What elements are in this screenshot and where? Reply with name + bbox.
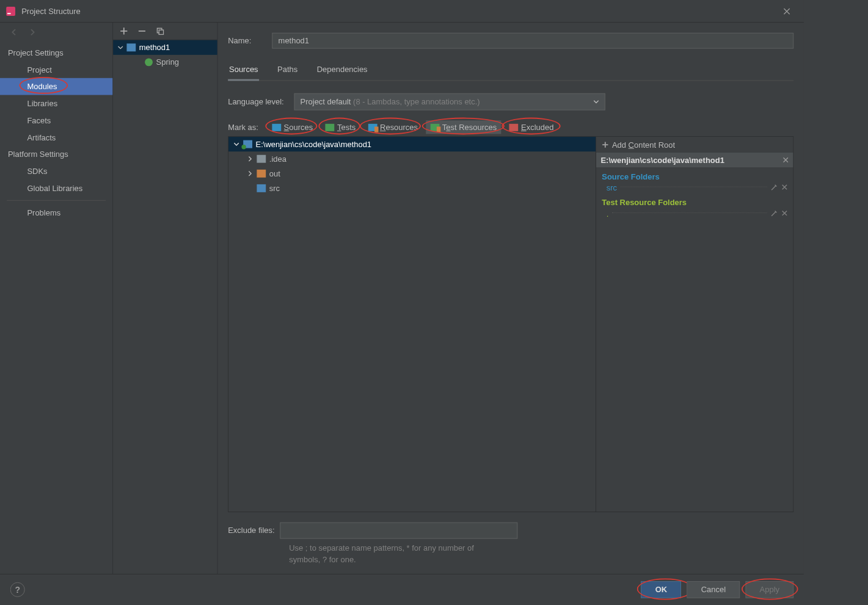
remove-icon[interactable] xyxy=(138,27,146,35)
tabs: Sources Paths Dependencies xyxy=(228,61,793,81)
mark-excluded-label: xcluded xyxy=(527,123,554,132)
mark-tests-label: ests xyxy=(341,123,356,132)
window-title: Project Structure xyxy=(21,7,81,16)
module-root[interactable]: method1 xyxy=(113,40,217,55)
exclude-label: Exclude files: xyxy=(228,523,274,535)
tab-dependencies[interactable]: Dependencies xyxy=(316,61,369,80)
chevron-right-icon xyxy=(247,156,253,162)
lang-value: Project default xyxy=(301,97,351,106)
mark-resources-label: esources xyxy=(385,123,418,132)
sidebar-item-problems[interactable]: Problems xyxy=(0,204,112,221)
sidebar-item-sdks[interactable]: SDKs xyxy=(0,163,112,180)
mark-test-resources[interactable]: Test Resources xyxy=(426,120,501,134)
module-name: method1 xyxy=(139,43,170,52)
main-panel: Name: Sources Paths Dependencies Languag… xyxy=(218,23,804,574)
folder-name: src xyxy=(269,184,280,193)
tab-sources[interactable]: Sources xyxy=(228,61,259,81)
apply-button[interactable]: Apply xyxy=(745,581,793,598)
mark-excluded[interactable]: Excluded xyxy=(505,120,558,134)
forward-icon[interactable] xyxy=(28,28,36,36)
folder-icon xyxy=(257,170,266,178)
close-icon xyxy=(784,8,790,15)
content-roots-panel: Add Content Root E:\wenjian\cs\code\java… xyxy=(596,137,793,512)
sidebar-item-global-libraries[interactable]: Global Libraries xyxy=(0,179,112,197)
remove-icon[interactable] xyxy=(782,184,787,190)
content-root[interactable]: E:\wenjian\cs\code\java\method1 xyxy=(228,137,596,151)
module-toolbar xyxy=(113,23,217,40)
folder-name: .idea xyxy=(269,154,286,164)
ok-button[interactable]: OK xyxy=(641,581,682,598)
markas-label: Mark as: xyxy=(228,123,258,132)
source-folder-item[interactable]: src xyxy=(596,182,793,194)
mark-as-row: Mark as: Sources Tests Resources Test Re… xyxy=(228,120,793,134)
dotted-line xyxy=(621,187,767,187)
copy-icon[interactable] xyxy=(156,27,164,35)
file-tree-item[interactable]: src xyxy=(228,181,596,195)
name-label: Name: xyxy=(228,36,262,45)
help-button[interactable]: ? xyxy=(10,582,25,597)
mark-sources-label: ources xyxy=(289,123,313,132)
section-project-settings: Project Settings xyxy=(0,44,112,61)
sidebar-item-project[interactable]: Project xyxy=(0,61,112,78)
mark-resources[interactable]: Resources xyxy=(363,120,422,134)
sidebar-item-artifacts[interactable]: Artifacts xyxy=(0,129,112,146)
svg-rect-3 xyxy=(159,30,163,34)
back-icon[interactable] xyxy=(10,28,18,36)
resources-icon xyxy=(368,123,377,131)
file-tree-item[interactable]: out xyxy=(228,166,596,181)
mark-sources[interactable]: Sources xyxy=(268,120,318,134)
sidebar-item-label: Modules xyxy=(27,82,57,91)
app-icon xyxy=(5,6,16,16)
file-tree-item[interactable]: .idea xyxy=(228,151,596,166)
mark-tests[interactable]: Tests xyxy=(321,120,360,134)
dotted-line xyxy=(612,212,767,213)
folder-name: out xyxy=(269,169,280,178)
lang-label: Language level: xyxy=(228,97,284,106)
section-platform-settings: Platform Settings xyxy=(0,146,112,163)
sidebar-item-facets[interactable]: Facets xyxy=(0,112,112,129)
module-child[interactable]: Spring xyxy=(113,55,217,70)
add-icon[interactable] xyxy=(120,27,128,35)
chevron-right-icon xyxy=(247,171,253,176)
test-resources-icon xyxy=(430,123,439,131)
exclude-files-input[interactable] xyxy=(280,523,518,539)
content-split: E:\wenjian\cs\code\java\method1 .idea ou… xyxy=(228,136,793,512)
language-level-select[interactable]: Project default (8 - Lambdas, type annot… xyxy=(294,93,605,110)
divider xyxy=(7,200,106,201)
cancel-button[interactable]: Cancel xyxy=(687,581,740,598)
module-tree: method1 Spring xyxy=(113,23,217,574)
root-path-text: E:\wenjian\cs\code\java\method1 xyxy=(600,156,724,165)
edit-icon[interactable] xyxy=(770,184,777,191)
mark-testres-label: st Resources xyxy=(451,123,497,132)
add-content-root[interactable]: Add Content Root xyxy=(596,137,793,153)
close-button[interactable] xyxy=(776,0,798,23)
plus-icon xyxy=(602,142,608,148)
sidebar-item-modules[interactable]: Modules xyxy=(0,78,112,95)
sidebar-item-libraries[interactable]: Libraries xyxy=(0,95,112,112)
svg-rect-1 xyxy=(7,13,11,14)
chevron-down-icon xyxy=(118,45,123,50)
svg-rect-0 xyxy=(6,7,15,16)
remove-icon[interactable] xyxy=(783,157,789,162)
spring-icon xyxy=(145,58,153,66)
sidebar: Project Settings Project Modules Librari… xyxy=(0,23,113,574)
file-tree: E:\wenjian\cs\code\java\method1 .idea ou… xyxy=(228,137,596,512)
test-res-folder-name: . xyxy=(607,209,609,219)
buttons-bar: ? OK Cancel Apply xyxy=(0,574,804,605)
content-root-path[interactable]: E:\wenjian\cs\code\java\method1 xyxy=(596,153,793,167)
lang-hint: (8 - Lambdas, type annotations etc.) xyxy=(353,97,480,106)
tab-paths[interactable]: Paths xyxy=(276,61,299,80)
test-resource-folders-header: Test Resource Folders xyxy=(596,194,793,208)
root-path: E:\wenjian\cs\code\java\method1 xyxy=(256,140,372,149)
source-folders-header: Source Folders xyxy=(596,167,793,182)
exclude-hint: Use ; to separate name patterns, * for a… xyxy=(289,542,793,566)
tests-icon xyxy=(326,123,335,131)
edit-icon[interactable] xyxy=(770,210,777,217)
remove-icon[interactable] xyxy=(782,210,787,216)
test-resource-folder-item[interactable]: . xyxy=(596,208,793,220)
folder-icon xyxy=(257,155,266,163)
name-input[interactable] xyxy=(272,33,793,49)
sources-icon xyxy=(272,123,281,131)
nav-arrows xyxy=(0,23,112,44)
chevron-down-icon xyxy=(593,99,599,104)
